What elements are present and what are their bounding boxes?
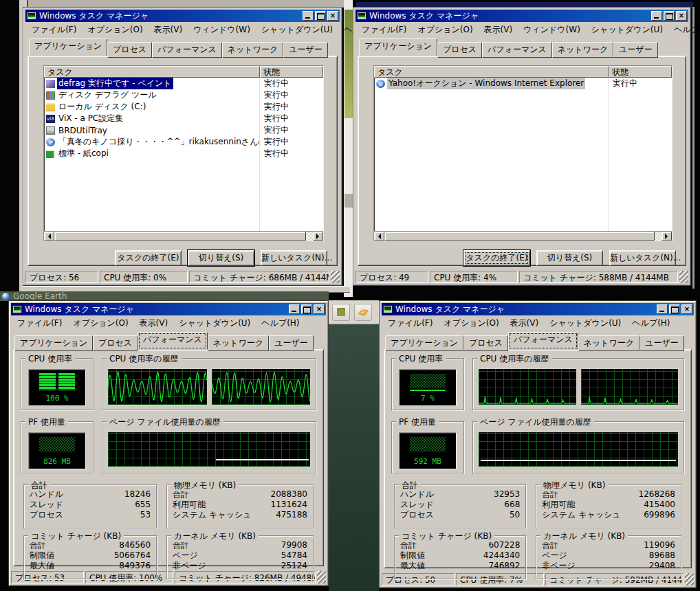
maximize-button[interactable] — [301, 304, 312, 314]
minimize-button[interactable] — [657, 304, 668, 314]
internet-explorer-icon — [46, 138, 55, 146]
menu-file[interactable]: ファイル(F) — [12, 317, 67, 331]
minimize-button[interactable] — [289, 304, 300, 314]
close-button[interactable]: × — [676, 11, 687, 21]
tab-network[interactable]: ネットワーク — [208, 335, 269, 351]
tab-performance[interactable]: パフォーマンス — [152, 42, 222, 58]
task-row[interactable]: 標準 - 紙copi 実行中 — [44, 148, 323, 159]
column-header-task[interactable]: タスク — [44, 66, 260, 78]
task-row[interactable]: Yahoo!オークション - Windows Internet Explorer… — [374, 78, 672, 89]
tab-processes[interactable]: プロセス — [93, 335, 138, 351]
task-manager-icon — [383, 305, 393, 313]
tab-applications[interactable]: アプリケーション — [14, 335, 93, 351]
minimize-button[interactable] — [303, 11, 314, 21]
end-task-button[interactable]: タスクの終了(E) — [463, 250, 530, 266]
close-button[interactable]: × — [681, 304, 692, 314]
menu-window[interactable]: ウィンドウ(W) — [188, 23, 256, 37]
horizontal-scrollbar[interactable] — [374, 231, 672, 241]
menu-window[interactable]: ウィンドウ(W) — [518, 23, 586, 37]
google-earth-titlebar[interactable]: Google Earth — [0, 291, 329, 301]
scroll-right-button[interactable] — [661, 232, 672, 241]
switch-to-button[interactable]: 切り替え(S) — [536, 250, 603, 266]
tab-processes[interactable]: プロセス — [437, 42, 482, 58]
maximize-button[interactable] — [664, 11, 675, 21]
menu-help[interactable]: ヘルプ(H) — [256, 317, 305, 331]
menu-options[interactable]: オプション(O) — [67, 317, 133, 331]
scroll-left-button[interactable] — [44, 232, 54, 241]
task-row[interactable]: defrag 実行中です - ペイント 実行中 — [44, 78, 323, 89]
menu-shutdown[interactable]: シャットダウン(U) — [544, 317, 626, 331]
menu-bar: ファイル(F) オプション(O) 表示(V) シャットダウン(U) ヘルプ(H) — [382, 315, 694, 332]
tab-applications[interactable]: アプリケーション — [359, 38, 437, 56]
tab-applications[interactable]: アプリケーション — [385, 335, 463, 351]
resize-grip[interactable] — [317, 571, 326, 583]
close-button[interactable]: × — [314, 304, 325, 314]
tab-applications[interactable]: アプリケーション — [29, 38, 107, 56]
scrollbar-track[interactable] — [306, 232, 313, 241]
window-title: Windows タスク マネージャ — [25, 304, 286, 315]
scroll-left-button[interactable] — [374, 232, 384, 241]
menu-file[interactable]: ファイル(F) — [26, 23, 82, 37]
resize-grip[interactable] — [685, 573, 694, 586]
title-bar[interactable]: Windows タスク マネージャ × — [382, 303, 694, 315]
menu-file[interactable]: ファイル(F) — [356, 23, 412, 37]
tab-users[interactable]: ユーザー — [639, 335, 684, 351]
menu-view[interactable]: 表示(V) — [505, 317, 545, 331]
task-row[interactable]: ViX - a PC設定集 実行中 — [44, 113, 323, 124]
google-earth-toolbar-button[interactable] — [332, 304, 350, 321]
menu-view[interactable]: 表示(V) — [149, 23, 188, 37]
task-row[interactable]: BRDUtilTray 実行中 — [44, 124, 323, 136]
menu-shutdown[interactable]: シャットダウン(U) — [586, 23, 668, 37]
menu-options[interactable]: オプション(O) — [412, 23, 478, 37]
tab-users[interactable]: ユーザー — [613, 42, 658, 58]
title-bar[interactable]: Windows タスク マネージャ × — [25, 10, 340, 22]
cpu-usage-gauge: 7 % — [399, 369, 457, 406]
resize-grip[interactable] — [331, 271, 340, 283]
menu-file[interactable]: ファイル(F) — [382, 317, 438, 331]
task-row[interactable]: ディスク デフラグ ツール 実行中 — [44, 89, 323, 101]
close-button[interactable]: × — [327, 11, 338, 21]
maximize-button[interactable] — [669, 304, 680, 314]
tab-performance[interactable]: パフォーマンス — [138, 332, 208, 350]
menu-shutdown[interactable]: シャットダウン(U) — [256, 23, 338, 37]
menu-shutdown[interactable]: シャットダウン(U) — [173, 317, 256, 331]
title-bar[interactable]: Windows タスク マネージャ × — [356, 10, 688, 22]
task-row[interactable]: 「真冬のキノコ採り・・・・^^」rikakusenninさんの日記 - みんな.… — [44, 136, 323, 148]
folder-icon — [46, 103, 55, 111]
menu-help[interactable]: ヘルプ(H) — [626, 317, 675, 331]
minimize-button[interactable] — [651, 11, 662, 21]
column-header-task[interactable]: タスク — [374, 66, 609, 78]
tab-processes[interactable]: プロセス — [107, 42, 152, 58]
tab-users[interactable]: ユーザー — [283, 42, 328, 58]
menu-view[interactable]: 表示(V) — [479, 23, 518, 37]
tab-users[interactable]: ユーザー — [269, 335, 314, 351]
resize-grip[interactable] — [679, 271, 688, 283]
menu-view[interactable]: 表示(V) — [134, 317, 174, 331]
new-task-button[interactable]: 新しいタスク(N)... — [261, 250, 327, 266]
column-header-status[interactable]: 状態 — [609, 66, 672, 78]
google-earth-planet-button[interactable] — [354, 304, 372, 321]
scrollbar-thumb[interactable] — [384, 232, 655, 241]
title-bar[interactable]: Windows タスク マネージャ × — [11, 303, 326, 315]
pf-history-line — [481, 460, 676, 461]
menu-help[interactable]: ヘルプ(H) — [668, 23, 700, 37]
task-row[interactable]: ローカル ディスク (C:) 実行中 — [44, 101, 323, 113]
switch-to-button[interactable]: 切り替え(S) — [188, 250, 254, 266]
menu-options[interactable]: オプション(O) — [82, 23, 148, 37]
maximize-button[interactable] — [315, 11, 326, 21]
scroll-right-button[interactable] — [313, 232, 323, 241]
new-task-button[interactable]: 新しいタスク(N)... — [609, 250, 676, 266]
scrollbar-track[interactable] — [655, 232, 661, 241]
tab-network[interactable]: ネットワーク — [222, 42, 283, 58]
tab-performance[interactable]: パフォーマンス — [482, 42, 552, 58]
tab-processes[interactable]: プロセス — [463, 335, 508, 351]
status-commit-charge: コミット チャージ: 588MB / 4144MB — [519, 271, 678, 283]
horizontal-scrollbar[interactable] — [44, 231, 323, 241]
tab-performance[interactable]: パフォーマンス — [508, 332, 578, 350]
end-task-button[interactable]: タスクの終了(E) — [115, 250, 182, 266]
tab-network[interactable]: ネットワーク — [578, 335, 639, 351]
menu-options[interactable]: オプション(O) — [438, 317, 504, 331]
column-header-status[interactable]: 状態 — [260, 66, 323, 78]
tab-network[interactable]: ネットワーク — [552, 42, 613, 58]
scrollbar-thumb[interactable] — [54, 232, 306, 241]
